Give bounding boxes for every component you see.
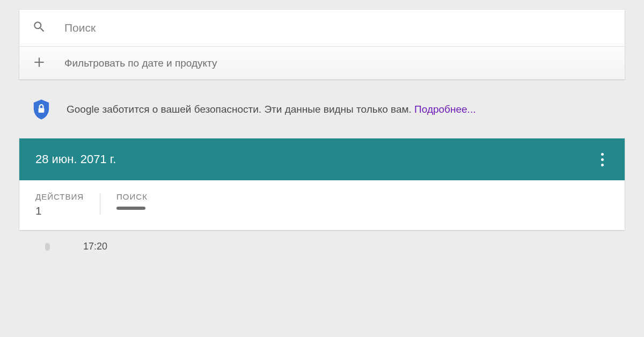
- search-row[interactable]: [19, 10, 625, 46]
- search-input[interactable]: [64, 21, 612, 34]
- activity-card: 28 июн. 2071 г. ДЕЙСТВИЯ 1 ПОИСК: [19, 138, 625, 230]
- privacy-banner: Google заботится о вашей безопасности. Э…: [19, 99, 625, 120]
- stat-actions-label: ДЕЙСТВИЯ: [35, 192, 84, 201]
- stat-actions: ДЕЙСТВИЯ 1: [35, 192, 84, 217]
- svg-rect-2: [39, 108, 45, 113]
- stat-divider: [100, 193, 100, 215]
- stat-search-bar: [116, 207, 145, 210]
- activity-date: 28 июн. 2071 г.: [35, 152, 116, 166]
- privacy-message: Google заботится о вашей безопасности. Э…: [67, 104, 414, 115]
- privacy-link[interactable]: Подробнее...: [414, 104, 475, 115]
- activity-stats: ДЕЙСТВИЯ 1 ПОИСК: [19, 180, 625, 230]
- stat-actions-value: 1: [35, 204, 84, 217]
- privacy-text: Google заботится о вашей безопасности. Э…: [67, 102, 475, 117]
- timeline-row: 17:20: [19, 241, 625, 252]
- shield-icon: [32, 99, 50, 120]
- filter-label: Фильтровать по дате и продукту: [64, 57, 217, 69]
- search-card: Фильтровать по дате и продукту: [19, 10, 625, 79]
- timeline-time: 17:20: [83, 241, 107, 252]
- page-container: Фильтровать по дате и продукту Google за…: [0, 0, 644, 252]
- timeline-marker: [45, 243, 50, 251]
- more-vert-icon[interactable]: [596, 149, 609, 170]
- stat-search-label: ПОИСК: [116, 192, 148, 201]
- plus-icon: [32, 55, 46, 71]
- filter-row[interactable]: Фильтровать по дате и продукту: [19, 46, 625, 79]
- search-icon: [32, 20, 46, 36]
- stat-search: ПОИСК: [116, 192, 148, 210]
- activity-header: 28 июн. 2071 г.: [19, 138, 625, 180]
